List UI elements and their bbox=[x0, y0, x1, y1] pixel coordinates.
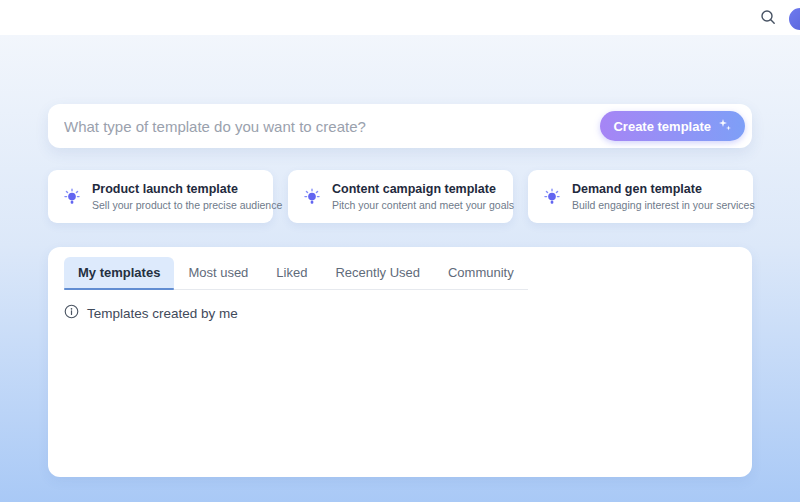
empty-state-text: Templates created by me bbox=[87, 306, 238, 321]
user-avatar[interactable] bbox=[787, 6, 800, 32]
create-template-label: Create template bbox=[613, 119, 711, 134]
tab-recently-used[interactable]: Recently Used bbox=[321, 257, 434, 289]
card-subtitle: Build engaging interest in your services bbox=[572, 199, 753, 212]
card-title: Content campaign template bbox=[332, 182, 513, 197]
template-prompt-input[interactable] bbox=[48, 104, 600, 148]
lightbulb-icon bbox=[62, 187, 82, 207]
template-prompt-bar: Create template bbox=[48, 104, 752, 148]
app-window: Create template bbox=[0, 0, 800, 502]
suggestion-card-product-launch[interactable]: Product launch template Sell your produc… bbox=[48, 170, 273, 223]
sparkles-icon bbox=[718, 118, 732, 135]
search-button[interactable] bbox=[758, 8, 778, 28]
card-subtitle: Sell your product to the precise audienc… bbox=[92, 199, 273, 212]
empty-state-row: Templates created by me bbox=[64, 304, 736, 322]
lightbulb-icon bbox=[302, 187, 322, 207]
tab-my-templates[interactable]: My templates bbox=[64, 257, 174, 289]
lightbulb-icon bbox=[542, 187, 562, 207]
templates-tab-bar: My templates Most used Liked Recently Us… bbox=[64, 257, 528, 290]
suggestion-card-demand-gen[interactable]: Demand gen template Build engaging inter… bbox=[528, 170, 753, 223]
tab-community[interactable]: Community bbox=[434, 257, 528, 289]
top-bar bbox=[0, 0, 800, 35]
card-subtitle: Pitch your content and meet your goals bbox=[332, 199, 513, 212]
search-icon bbox=[760, 9, 776, 28]
info-icon bbox=[64, 304, 79, 322]
card-title: Demand gen template bbox=[572, 182, 753, 197]
suggestion-card-content-campaign[interactable]: Content campaign template Pitch your con… bbox=[288, 170, 513, 223]
create-template-button[interactable]: Create template bbox=[600, 111, 745, 141]
tab-liked[interactable]: Liked bbox=[262, 257, 321, 289]
templates-panel: My templates Most used Liked Recently Us… bbox=[48, 247, 752, 477]
tab-most-used[interactable]: Most used bbox=[174, 257, 262, 289]
card-title: Product launch template bbox=[92, 182, 273, 197]
